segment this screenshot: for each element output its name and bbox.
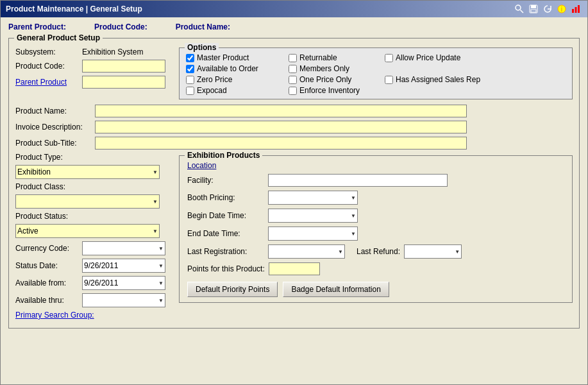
- checkbox-returnable[interactable]: Returnable: [289, 53, 385, 62]
- general-setup-section: General Product Setup Subsystem: Exhibit…: [8, 38, 580, 329]
- checkbox-expocad-label: Expocad: [197, 86, 227, 95]
- subsystem-row: Subsystem: Exhibition System: [15, 47, 172, 56]
- last-refund-select-wrapper[interactable]: [404, 244, 462, 259]
- booth-pricing-label: Booth Pricing:: [187, 193, 264, 202]
- product-class-row: Product Class:: [15, 182, 172, 191]
- parent-product-row: Parent Product: [15, 76, 172, 89]
- primary-search-group-link[interactable]: Primary Search Group:: [15, 311, 94, 320]
- product-class-select[interactable]: [15, 194, 160, 209]
- last-refund-select[interactable]: [404, 244, 462, 259]
- end-datetime-select-wrapper[interactable]: [268, 227, 358, 241]
- checkbox-returnable-input[interactable]: [289, 54, 297, 62]
- product-subtitle-label: Product Sub-Title:: [15, 139, 92, 148]
- checkbox-expocad[interactable]: Expocad: [186, 86, 289, 95]
- begin-datetime-select-wrapper[interactable]: [268, 209, 358, 223]
- product-subtitle-row: Product Sub-Title:: [15, 137, 573, 150]
- product-type-select[interactable]: Exhibition: [15, 165, 160, 179]
- chart-icon[interactable]: [569, 3, 582, 15]
- checkbox-zero-price[interactable]: Zero Price: [186, 75, 289, 84]
- booth-pricing-select[interactable]: [268, 191, 358, 205]
- invoice-desc-input[interactable]: [95, 121, 467, 133]
- checkbox-members-only[interactable]: Members Only: [289, 64, 385, 73]
- toolbar-icons: i: [513, 3, 582, 15]
- save-icon[interactable]: [527, 3, 540, 15]
- checkbox-one-price-only-input[interactable]: [289, 76, 297, 84]
- product-type-select-wrapper[interactable]: Exhibition: [15, 165, 160, 179]
- checkbox-available-to-order[interactable]: Available to Order: [186, 64, 289, 73]
- product-name-input[interactable]: [95, 105, 467, 117]
- available-from-select[interactable]: 9/26/2011: [82, 276, 165, 290]
- status-date-select-wrapper[interactable]: 9/26/2011: [82, 259, 165, 273]
- begin-datetime-row: Begin Date Time:: [187, 209, 564, 223]
- checkbox-enforce-inventory-input[interactable]: [289, 87, 297, 95]
- product-code-header-label: Product Code:: [94, 22, 147, 31]
- svg-text:i: i: [561, 6, 563, 13]
- checkbox-has-assigned-sales-rep[interactable]: Has Assigned Sales Rep: [385, 75, 500, 84]
- available-thru-select-wrapper[interactable]: [82, 293, 165, 307]
- search-icon[interactable]: [513, 3, 526, 15]
- parent-product-link[interactable]: Parent Product: [15, 78, 80, 87]
- end-datetime-label: End Date Time:: [187, 229, 264, 238]
- status-date-select[interactable]: 9/26/2011: [82, 259, 165, 273]
- product-status-select[interactable]: Active: [15, 224, 160, 238]
- checkbox-master-product-label: Master Product: [197, 53, 249, 62]
- available-thru-select[interactable]: [82, 293, 165, 307]
- subsystem-label: Subsystem:: [15, 47, 80, 56]
- product-status-select-row: Active: [15, 224, 172, 238]
- currency-code-select[interactable]: [82, 241, 165, 255]
- points-row: Points for this Product:: [187, 262, 564, 275]
- booth-pricing-select-wrapper[interactable]: [268, 191, 358, 205]
- last-reg-refund-row: Last Registration: Last Refund:: [187, 244, 564, 259]
- invoice-desc-label: Invoice Description:: [15, 123, 92, 132]
- end-datetime-select[interactable]: [268, 227, 358, 241]
- general-setup-title: General Product Setup: [14, 33, 103, 42]
- begin-datetime-select[interactable]: [268, 209, 358, 223]
- currency-code-select-wrapper[interactable]: [82, 241, 165, 255]
- options-area: Options Master Product Returnable: [179, 47, 573, 105]
- checkbox-expocad-input[interactable]: [186, 87, 194, 95]
- product-class-label: Product Class:: [15, 182, 80, 191]
- last-registration-select[interactable]: [268, 244, 345, 259]
- product-class-select-wrapper[interactable]: [15, 194, 160, 209]
- checkbox-available-to-order-input[interactable]: [186, 65, 194, 73]
- light-icon[interactable]: i: [555, 3, 568, 15]
- booth-pricing-row: Booth Pricing:: [187, 191, 564, 205]
- checkbox-master-product-input[interactable]: [186, 54, 194, 62]
- checkbox-members-only-input[interactable]: [289, 65, 297, 73]
- exhibition-title: Exhibition Products: [185, 151, 262, 160]
- available-thru-row: Available thru:: [15, 293, 172, 307]
- available-from-row: Available from: 9/26/2011: [15, 276, 172, 290]
- svg-rect-4: [531, 10, 536, 12]
- checkbox-zero-price-input[interactable]: [186, 76, 194, 84]
- last-refund-label: Last Refund:: [357, 247, 400, 256]
- checkbox-has-assigned-sales-rep-input[interactable]: [385, 76, 393, 84]
- invoice-desc-row: Invoice Description:: [15, 121, 573, 133]
- header-row: Parent Product: Product Code: Product Na…: [8, 22, 580, 31]
- checkbox-one-price-only[interactable]: One Price Only: [289, 75, 385, 84]
- product-status-select-wrapper[interactable]: Active: [15, 224, 160, 238]
- badge-default-information-button[interactable]: Badge Default Information: [283, 282, 389, 297]
- checkbox-enforce-inventory[interactable]: Enforce Inventory: [289, 86, 385, 95]
- facility-input[interactable]: [268, 174, 448, 187]
- svg-rect-7: [572, 9, 574, 13]
- product-code-header: Product Code:: [94, 22, 150, 31]
- parent-product-input[interactable]: [82, 76, 165, 89]
- checkbox-zero-price-label: Zero Price: [197, 75, 232, 84]
- points-label: Points for this Product:: [187, 264, 265, 273]
- checkbox-master-product[interactable]: Master Product: [186, 53, 289, 62]
- right-bottom-panel: Exhibition Products Location Facility: B…: [179, 153, 573, 323]
- last-registration-select-wrapper[interactable]: [268, 244, 345, 259]
- available-from-select-wrapper[interactable]: 9/26/2011: [82, 276, 165, 290]
- product-code-input[interactable]: [82, 60, 165, 73]
- checkbox-allow-price-update[interactable]: Allow Price Update: [385, 53, 500, 62]
- default-priority-points-button[interactable]: Default Priority Points: [187, 282, 278, 297]
- product-subtitle-input[interactable]: [95, 137, 467, 150]
- refresh-icon[interactable]: [541, 3, 554, 15]
- svg-point-0: [516, 5, 521, 10]
- product-type-select-row: Exhibition: [15, 165, 172, 179]
- checkbox-allow-price-update-input[interactable]: [385, 54, 393, 62]
- checkbox-returnable-label: Returnable: [299, 53, 337, 62]
- left-bottom-panel: Product Type: Exhibition Product Class:: [15, 153, 172, 323]
- left-form-panel: Subsystem: Exhibition System Product Cod…: [15, 47, 172, 105]
- points-input[interactable]: [269, 262, 320, 275]
